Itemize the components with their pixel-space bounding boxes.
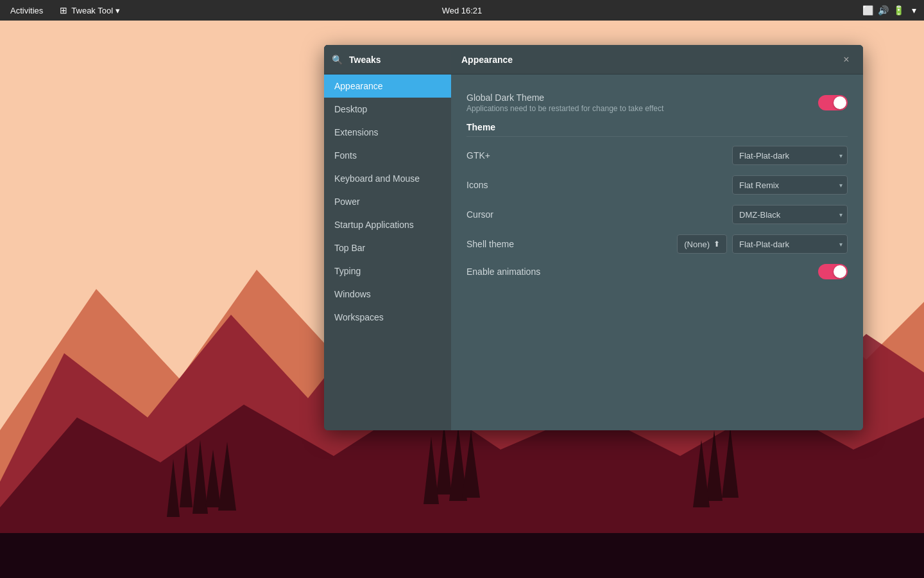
main-content: Appearance × Global Dark Theme Applicati… [451,45,863,430]
icons-dropdown-wrapper: Flat Remix Adwaita Papirus ▾ [732,175,848,195]
topbar-datetime: Wed 16:21 [442,6,483,15]
cursor-dropdown[interactable]: DMZ-Black Adwaita DMZ-White [732,205,848,224]
gtk-label: GTK+ [466,150,490,161]
shell-theme-label: Shell theme [466,239,514,249]
window-body: 🔍 Tweaks Appearance Desktop Extensions F… [324,45,863,430]
global-dark-theme-row: Global Dark Theme Applications need to b… [466,87,848,118]
sidebar-item-top-bar[interactable]: Top Bar [324,236,451,259]
upload-icon: ⬆ [714,240,720,249]
sidebar-item-power[interactable]: Power [324,190,451,213]
main-header: Appearance × [451,45,863,74]
topbar: Activities ⊞ Tweak Tool ▾ Wed 16:21 ⬜ 🔊 … [0,0,924,21]
enable-animations-row: Enable animations [466,259,848,285]
cursor-theme-row: Cursor DMZ-Black Adwaita DMZ-White ▾ [466,200,848,229]
sidebar-item-windows[interactable]: Windows [324,283,451,306]
tweak-tool-arrow: ▾ [116,6,120,15]
shell-theme-dropdown[interactable]: Flat-Plat-dark (None) [732,234,848,254]
tweak-tool-label: Tweak Tool [71,6,113,15]
toggle-knob [834,96,846,109]
sidebar-item-typing[interactable]: Typing [324,259,451,283]
tweak-tool-icon: ⊞ [58,5,69,15]
sidebar-item-fonts[interactable]: Fonts [324,144,451,167]
topbar-left: Activities ⊞ Tweak Tool ▾ [0,0,125,21]
sidebar-item-workspaces[interactable]: Workspaces [324,306,451,329]
enable-animations-toggle[interactable] [818,264,848,279]
icons-label: Icons [466,180,488,190]
close-button[interactable]: × [840,53,853,66]
tweaks-window: 🔍 Tweaks Appearance Desktop Extensions F… [324,45,863,430]
global-dark-theme-label: Global Dark Theme [466,92,663,103]
enable-animations-label: Enable animations [466,267,540,277]
cursor-label: Cursor [466,209,493,220]
icons-dropdown[interactable]: Flat Remix Adwaita Papirus [732,175,848,195]
gtk-dropdown[interactable]: Flat-Plat-dark Adwaita Arc-Dark [732,146,848,165]
main-panel-title: Appearance [461,55,513,65]
shell-theme-row: Shell theme (None) ⬆ Flat-Plat-dark (Non… [466,229,848,259]
cursor-dropdown-wrapper: DMZ-Black Adwaita DMZ-White ▾ [732,205,848,224]
global-dark-theme-toggle[interactable] [818,95,848,110]
icons-theme-row: Icons Flat Remix Adwaita Papirus ▾ [466,170,848,200]
sidebar-item-extensions[interactable]: Extensions [324,121,451,144]
svg-rect-15 [0,533,924,578]
activities-button[interactable]: Activities [3,0,51,21]
shell-theme-controls: (None) ⬆ Flat-Plat-dark (None) ▾ [677,234,848,254]
gtk-theme-row: GTK+ Flat-Plat-dark Adwaita Arc-Dark ▾ [466,141,848,170]
sidebar-item-appearance[interactable]: Appearance [324,74,451,98]
shell-theme-dropdown-wrapper: Flat-Plat-dark (None) ▾ [732,234,848,254]
sidebar-item-keyboard-mouse[interactable]: Keyboard and Mouse [324,167,451,190]
sidebar-nav: Appearance Desktop Extensions Fonts Keyb… [324,74,451,430]
search-icon: 🔍 [332,55,343,65]
volume-icon[interactable]: 🔊 [878,5,888,15]
topbar-right: ⬜ 🔊 🔋 ▾ [862,5,924,15]
global-dark-theme-info: Global Dark Theme Applications need to b… [466,92,663,113]
sidebar-search-bar: 🔍 Tweaks [324,45,451,74]
sidebar-item-desktop[interactable]: Desktop [324,98,451,121]
gtk-dropdown-wrapper: Flat-Plat-dark Adwaita Arc-Dark ▾ [732,146,848,165]
divider-1 [466,136,848,137]
tweak-tool-button[interactable]: ⊞ Tweak Tool ▾ [53,5,125,15]
main-body: Global Dark Theme Applications need to b… [451,74,863,430]
system-arrow-icon[interactable]: ▾ [909,5,919,15]
toggle-knob-animations [834,265,846,278]
battery-icon[interactable]: 🔋 [893,5,903,15]
sidebar-title: Tweaks [349,55,381,65]
shell-theme-none-button[interactable]: (None) ⬆ [677,234,727,254]
sidebar-item-startup-applications[interactable]: Startup Applications [324,213,451,236]
theme-section-title: Theme [466,122,848,132]
sidebar: 🔍 Tweaks Appearance Desktop Extensions F… [324,45,451,430]
none-label: (None) [684,240,710,249]
screen-icon[interactable]: ⬜ [862,5,873,15]
global-dark-theme-subtitle: Applications need to be restarted for ch… [466,104,663,113]
